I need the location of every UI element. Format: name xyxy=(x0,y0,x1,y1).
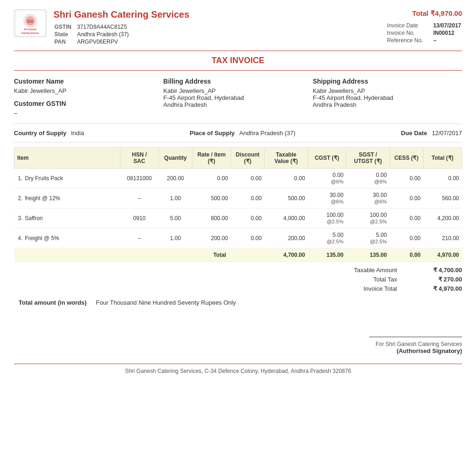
invoice-no-label: Invoice No. xyxy=(387,30,432,36)
supply-divider xyxy=(14,142,462,143)
billing-name: Kabir Jewellers_AP xyxy=(163,87,312,94)
company-name: Shri Ganesh Catering Services xyxy=(53,9,189,20)
col-cgst: CGST (₹) xyxy=(308,148,346,169)
footer-divider xyxy=(14,364,462,364)
svg-text:SG: SG xyxy=(27,19,33,24)
taxable-row: Taxable Amount ₹ 4,700.00 xyxy=(14,267,462,274)
item-hsn: – xyxy=(120,228,159,248)
customer-gstin-label: Customer GSTIN xyxy=(14,100,163,107)
svg-text:Catering Services: Catering Services xyxy=(21,32,39,34)
total-cess: 0.00 xyxy=(390,248,423,262)
col-item: Item xyxy=(14,148,120,169)
reference-no-value: – xyxy=(433,37,461,44)
tax-value: ₹ 270.00 xyxy=(406,276,462,283)
item-name: 4.Freight @ 5% xyxy=(14,228,120,248)
signatory-for: For Shri Ganesh Catering Services xyxy=(14,341,462,347)
place-value: Andhra Pradesh (37) xyxy=(239,130,296,137)
item-taxable: 500.00 xyxy=(264,189,308,209)
signatory-section: For Shri Ganesh Catering Services (Autho… xyxy=(14,334,462,354)
header-right: Total ₹4,970.00 Invoice Date 13/07/2017 … xyxy=(386,9,462,45)
gstin-value: 3717D9A44AC81Z5 xyxy=(77,24,129,30)
table-row: 3.Saffron 0910 5.00 800.00 0.00 4,000.00… xyxy=(14,209,462,228)
invoice-total-value: ₹ 4,970.00 xyxy=(406,285,462,292)
customer-name-value: Kabir Jewellers_AP xyxy=(14,87,163,94)
item-qty: 1.00 xyxy=(159,189,192,209)
item-sgst: 100.00@2.5% xyxy=(346,209,390,228)
tax-row: Total Tax ₹ 270.00 xyxy=(14,276,462,283)
item-cess: 0.00 xyxy=(390,189,423,209)
words-value: Four Thousand Nine Hundred Seventy Rupee… xyxy=(96,299,236,306)
item-discount: 0.00 xyxy=(231,228,264,248)
item-rate: 800.00 xyxy=(192,209,231,228)
total-cgst: 135.00 xyxy=(308,248,346,262)
col-rate: Rate / Item(₹) xyxy=(192,148,231,169)
item-sgst: 5.00@2.5% xyxy=(346,228,390,248)
table-row: 1.Dry Fruits Pack 08131000 200.00 0.00 0… xyxy=(14,169,462,189)
item-qty: 200.00 xyxy=(159,169,192,189)
item-qty: 1.00 xyxy=(159,228,192,248)
item-discount: 0.00 xyxy=(231,169,264,189)
total-row: Total 4,700.00 135.00 135.00 0.00 4,970.… xyxy=(14,248,462,262)
shipping-address1: F-45 Airport Road, Hyderabad xyxy=(313,94,462,101)
customer-section: Customer Name Kabir Jewellers_AP Custome… xyxy=(14,78,462,117)
item-name: 1.Dry Fruits Pack xyxy=(14,169,120,189)
item-cgst: 100.00@2.5% xyxy=(308,209,346,228)
customer-gstin-value: – xyxy=(14,110,163,117)
item-taxable: 0.00 xyxy=(264,169,308,189)
table-row: 4.Freight @ 5% – 1.00 200.00 0.00 200.00… xyxy=(14,228,462,248)
item-cgst: 0.00@6% xyxy=(308,169,346,189)
item-taxable: 4,000.00 xyxy=(264,209,308,228)
item-total: 560.00 xyxy=(423,189,462,209)
words-label: Total amount (in words) xyxy=(19,299,86,306)
customer-name-block: Customer Name Kabir Jewellers_AP Custome… xyxy=(14,78,163,117)
state-label: State xyxy=(54,31,76,38)
footer-text: Shri Ganesh Catering Services, C-34 Defe… xyxy=(14,368,462,374)
svg-text:Sri Ganesh: Sri Ganesh xyxy=(24,28,36,31)
item-total: 210.00 xyxy=(423,228,462,248)
reference-no-label: Reference No. xyxy=(387,37,432,44)
shipping-label: Shipping Address xyxy=(313,78,462,85)
total-amount: 4,970.00 xyxy=(423,248,462,262)
item-rate: 0.00 xyxy=(192,169,231,189)
place-label: Place of Supply xyxy=(190,130,235,137)
col-cess: CESS (₹) xyxy=(390,148,423,169)
item-rate: 200.00 xyxy=(192,228,231,248)
taxable-label: Taxable Amount xyxy=(313,267,406,274)
total-label: Total xyxy=(14,248,231,262)
place-supply: Place of Supply Andhra Pradesh (37) xyxy=(190,130,296,137)
item-name: 2.freight @ 12% xyxy=(14,189,120,209)
item-cess: 0.00 xyxy=(390,209,423,228)
signatory-line xyxy=(369,337,462,337)
col-sgst: SGST /UTGST (₹) xyxy=(346,148,390,169)
item-sgst: 30.00@6% xyxy=(346,189,390,209)
header-divider xyxy=(14,51,462,51)
due-date-value: 12/07/2017 xyxy=(432,130,462,137)
tax-label: Total Tax xyxy=(313,276,406,283)
invoice-title: TAX INVOICE xyxy=(14,56,462,65)
country-supply: Country of Supply India xyxy=(14,130,84,137)
company-logo: SG Sri Ganesh Catering Services xyxy=(14,9,46,37)
company-info: GSTIN 3717D9A44AC81Z5 State Andhra Prade… xyxy=(53,23,130,46)
supply-section: Country of Supply India Place of Supply … xyxy=(14,130,462,137)
item-hsn: – xyxy=(120,189,159,209)
total-sgst: 135.00 xyxy=(346,248,390,262)
item-cess: 0.00 xyxy=(390,228,423,248)
gstin-label: GSTIN xyxy=(54,24,76,30)
item-qty: 5.00 xyxy=(159,209,192,228)
total-amount: Total ₹4,970.00 xyxy=(386,9,462,18)
billing-address1: F-45 Airport Road, Hyderabad xyxy=(163,94,312,101)
items-table: Item HSN /SAC Quantity Rate / Item(₹) Di… xyxy=(14,147,462,262)
shipping-name: Kabir Jewellers_AP xyxy=(313,87,462,94)
due-date: Due Date 12/07/2017 xyxy=(401,130,462,137)
invoice-total-label: Invoice Total xyxy=(313,285,406,292)
customer-name-label: Customer Name xyxy=(14,78,163,85)
item-total: 4,200.00 xyxy=(423,209,462,228)
invoice-no-value: IN00012 xyxy=(433,30,461,36)
words-section: Total amount (in words) Four Thousand Ni… xyxy=(14,299,462,306)
invoice-date-value: 13/07/2017 xyxy=(433,22,461,29)
item-cgst: 30.00@6% xyxy=(308,189,346,209)
col-taxable: TaxableValue (₹) xyxy=(264,148,308,169)
total-taxable: 4,700.00 xyxy=(264,248,308,262)
invoice-total-row: Invoice Total ₹ 4,970.00 xyxy=(14,285,462,292)
taxable-value: ₹ 4,700.00 xyxy=(406,267,462,274)
